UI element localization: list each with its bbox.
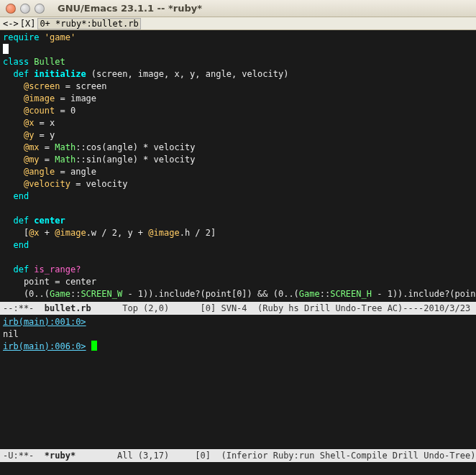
ivar-image: @image [148,228,179,238]
ivar-mx: @mx [24,142,40,152]
assign: = image [55,93,96,103]
expr: .h / 2] [180,228,216,238]
kw-require: require [3,32,45,42]
const-screenw: SCREEN_W [81,289,122,299]
expr: (0..( [3,289,50,299]
indent [3,167,24,177]
params-initialize: (screen, image, x, y, angle, velocity) [86,69,289,79]
mod-game: Game [50,289,70,299]
fn-isrange: is_range? [34,264,81,275]
code-pane[interactable]: require 'game' class Bullet def initiali… [0,30,476,302]
kw-end: end [3,240,29,250]
repl-pane[interactable]: irb(main):001:0> nil irb(main):006:0> [0,315,476,449]
tab-bar[interactable]: <-> [X] 0+ *ruby*:bullet.rb [0,17,476,30]
repl-prompt: irb(main):001:0> [3,317,86,327]
mod-math: Math [55,142,75,152]
kw-end: end [3,191,29,201]
text-cursor [3,44,9,54]
indent [3,93,24,103]
assign: = x [34,118,55,128]
assign: = y [34,130,55,140]
ivar-screen: @screen [24,81,60,91]
ivar-image: @image [55,228,86,238]
expr: - 1)).include?(point[1]) ? [372,289,476,299]
ivar-velocity: @velocity [24,179,70,189]
eq: = [40,142,55,152]
ivar-count: @count [24,106,55,116]
expr: - 1)).include?(point[0]) && (0..( [122,289,299,299]
nav-arrows[interactable]: <-> [3,19,19,29]
ivar-angle: @angle [24,167,55,177]
modeline-info: Top (2,0) [0] SVN-4 (Ruby hs Drill Undo-… [91,303,476,313]
expr: ::cos(angle) * velocity [75,142,195,152]
mode-line-bottom[interactable]: -U:**- *ruby* All (3,17) [0] (Inferior R… [0,449,476,462]
mod-math: Math [55,155,75,165]
expr: ::sin(angle) * velocity [75,155,195,165]
editor-content: require 'game' class Bullet def initiali… [0,30,476,475]
kw-def: def [3,264,34,275]
modeline-info: All (3,17) [0] (Inferior Ruby:run Shell-… [75,451,476,461]
line-point: point = center [3,277,96,287]
indent [3,106,24,116]
fn-center: center [34,216,65,226]
ivar-image: @image [24,93,55,103]
ivar-y: @y [24,130,34,140]
bracket: [ [3,228,29,238]
expr: .w / 2, y + [86,228,149,238]
ivar-my: @my [24,155,40,165]
const-screenh: SCREEN_H [330,289,372,299]
minibuffer[interactable] [0,462,476,475]
mod-game: Game [299,289,320,299]
classname-bullet: Bullet [34,57,65,67]
modeline-flags: -U:**- [3,451,45,461]
indent [3,142,24,152]
minimize-icon[interactable] [20,4,30,14]
indent [3,179,24,189]
mode-line-top[interactable]: --:**- bullet.rb Top (2,0) [0] SVN-4 (Ru… [0,302,476,315]
tab-label[interactable]: 0+ *ruby*:bullet.rb [37,18,140,29]
indent [3,130,24,140]
close-icon[interactable] [6,4,16,14]
eq: = [40,155,55,165]
indent [3,155,24,165]
modeline-filename: *ruby* [45,451,75,461]
fn-initialize: initialize [34,69,86,79]
repl-output-nil: nil [3,329,19,339]
emacs-window: GNU/Emacs 23.1.1 -- *ruby* <-> [X] 0+ *r… [0,0,476,475]
modeline-flags: --:**- [3,303,45,313]
ivar-x: @x [24,118,34,128]
repl-prompt: irb(main):006:0> [3,341,86,351]
assign: = velocity [70,179,127,189]
assign: = screen [60,81,106,91]
window-title: GNU/Emacs 23.1.1 -- *ruby* [58,3,202,14]
scope: :: [320,289,330,299]
indent [3,81,24,91]
title-bar[interactable]: GNU/Emacs 23.1.1 -- *ruby* [0,0,476,17]
indent [3,118,24,128]
ivar-x: @x [29,228,39,238]
scope: :: [70,289,81,299]
str-game: 'game' [45,32,75,42]
op: + [40,228,55,238]
maximize-icon[interactable] [35,4,45,14]
kw-def: def [3,69,34,79]
tab-close-button[interactable]: [X] [20,19,36,29]
modeline-filename: bullet.rb [45,303,91,313]
repl-cursor [91,341,97,351]
assign: = 0 [55,106,75,116]
kw-class: class [3,57,34,67]
kw-def: def [3,216,34,226]
assign: = angle [55,167,96,177]
